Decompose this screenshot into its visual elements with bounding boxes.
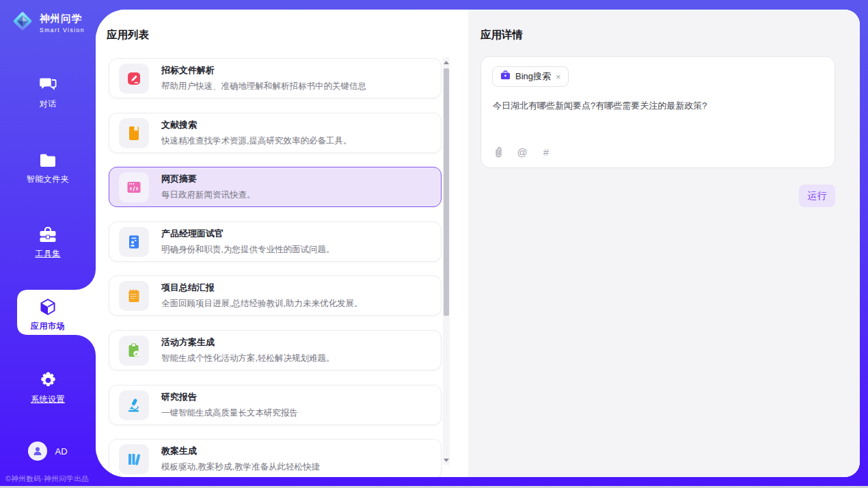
microscope-icon [119, 390, 149, 420]
app-name: 网页摘要 [161, 173, 256, 185]
app-name: 文献搜索 [161, 119, 351, 131]
app-card-research-report[interactable]: 研究报告 一键智能生成高质量长文本研究报告 [109, 385, 442, 425]
doc-person-icon [119, 227, 149, 257]
user-account[interactable]: AD [0, 442, 96, 461]
sidebar-item-label: 系统设置 [0, 394, 96, 405]
folder-icon [0, 152, 96, 170]
prompt-query-text[interactable]: 今日湖北有哪些新闻要点?有哪些需要关注的最新政策? [493, 99, 824, 113]
prompt-input-card[interactable]: Bing搜索 × 今日湖北有哪些新闻要点?有哪些需要关注的最新政策? @ # [480, 56, 835, 168]
app-card-bid-parse[interactable]: 招标文件解析 帮助用户快速、准确地理解和解析招标书中的关键信息 [109, 58, 442, 98]
app-desc: 明确身份和职责,为您提供专业性的面试问题。 [161, 244, 334, 256]
hashtag-icon[interactable]: # [540, 146, 552, 158]
mention-icon[interactable]: @ [516, 146, 528, 158]
app-desc: 快速精准查找学术资源,提高研究效率的必备工具。 [161, 135, 351, 147]
app-card-lesson-plan[interactable]: 教案生成 模板驱动,教案秒成,教学准备从此轻松快捷 [109, 439, 442, 477]
brand-name: 神州问学 [40, 12, 85, 25]
books-icon [119, 444, 149, 474]
sidebar-item-chat[interactable]: 对话 [0, 75, 96, 110]
app-name: 产品经理面试官 [161, 228, 334, 240]
app-desc: 帮助用户快速、准确地理解和解析招标书中的关键信息 [161, 81, 366, 92]
scroll-down-icon[interactable] [443, 455, 450, 465]
sidebar-item-label: 对话 [0, 98, 96, 110]
app-card-web-summary[interactable]: 网页摘要 每日政府新闻资讯快查。 [109, 167, 442, 207]
toolbox-icon [0, 226, 96, 244]
app-desc: 全面回顾项目进展,总结经验教训,助力未来优化发展。 [161, 298, 362, 310]
app-card-literature-search[interactable]: 文献搜索 快速精准查找学术资源,提高研究效率的必备工具。 [109, 113, 442, 153]
scrollbar-thumb[interactable] [444, 68, 449, 316]
attachment-icon[interactable] [492, 146, 504, 158]
app-name: 教案生成 [161, 445, 320, 457]
sidebar-item-settings[interactable]: 系统设置 [0, 371, 96, 405]
close-icon[interactable]: × [556, 72, 561, 81]
brand-subtitle: Smart Vision [40, 27, 85, 33]
notepad-icon [119, 281, 149, 311]
chat-icon [0, 75, 96, 94]
briefcase-icon [500, 70, 511, 83]
brand-gem-icon [11, 10, 34, 36]
app-list-scrollbar[interactable] [443, 57, 450, 465]
pen-square-icon [119, 64, 149, 94]
sidebar-item-app-market[interactable]: 应用市场 [0, 297, 96, 332]
sidebar: 神州问学 Smart Vision 对话 智能文件夹 [0, 0, 96, 488]
app-desc: 智能生成个性化活动方案,轻松解决规划难题。 [161, 353, 334, 364]
clipboard-check-icon [119, 336, 149, 366]
run-button[interactable]: 运行 [799, 185, 835, 207]
app-detail-panel: 应用详情 Bing搜索 × 今日湖北有哪些新闻要点?有哪些需要关注的最新政策? … [468, 10, 860, 477]
book-icon [119, 118, 149, 148]
app-card-project-report[interactable]: 项目总结汇报 全面回顾项目进展,总结经验教训,助力未来优化发展。 [109, 275, 442, 316]
app-list-title: 应用列表 [107, 28, 149, 42]
sidebar-footer: ©神州数码·神州问学出品 [5, 474, 89, 484]
scroll-up-icon[interactable] [443, 57, 450, 67]
app-desc: 一键智能生成高质量长文本研究报告 [161, 407, 298, 419]
sidebar-item-toolset[interactable]: 工具集 [0, 226, 96, 260]
sidebar-item-label: 工具集 [0, 248, 96, 260]
user-initials: AD [55, 446, 67, 457]
main-content: 应用列表 招标文件解析 帮助用户快速、准确地理解和解析招标书中的关键信息 文献搜… [96, 10, 860, 477]
tool-tag-bing[interactable]: Bing搜索 × [492, 66, 569, 87]
browser-code-icon [119, 172, 149, 202]
sidebar-item-label: 应用市场 [0, 321, 96, 332]
gear-icon [0, 371, 96, 390]
app-card-event-plan[interactable]: 活动方案生成 智能生成个性化活动方案,轻松解决规划难题。 [109, 330, 442, 370]
app-desc: 模板驱动,教案秒成,教学准备从此轻松快捷 [161, 461, 320, 473]
app-detail-title: 应用详情 [480, 28, 523, 42]
app-card-pm-interviewer[interactable]: 产品经理面试官 明确身份和职责,为您提供专业性的面试问题。 [109, 221, 442, 262]
sidebar-item-smart-folders[interactable]: 智能文件夹 [0, 152, 96, 185]
app-name: 活动方案生成 [161, 336, 334, 349]
avatar [28, 442, 47, 461]
tool-tag-label: Bing搜索 [515, 70, 551, 83]
app-list-panel: 应用列表 招标文件解析 帮助用户快速、准确地理解和解析招标书中的关键信息 文献搜… [96, 10, 468, 477]
cube-icon [0, 297, 96, 316]
brand-logo: 神州问学 Smart Vision [11, 10, 85, 36]
app-desc: 每日政府新闻资讯快查。 [161, 189, 256, 201]
app-name: 研究报告 [161, 391, 298, 403]
app-name: 项目总结汇报 [161, 282, 362, 294]
sidebar-item-label: 智能文件夹 [0, 174, 96, 185]
app-name: 招标文件解析 [161, 64, 366, 77]
